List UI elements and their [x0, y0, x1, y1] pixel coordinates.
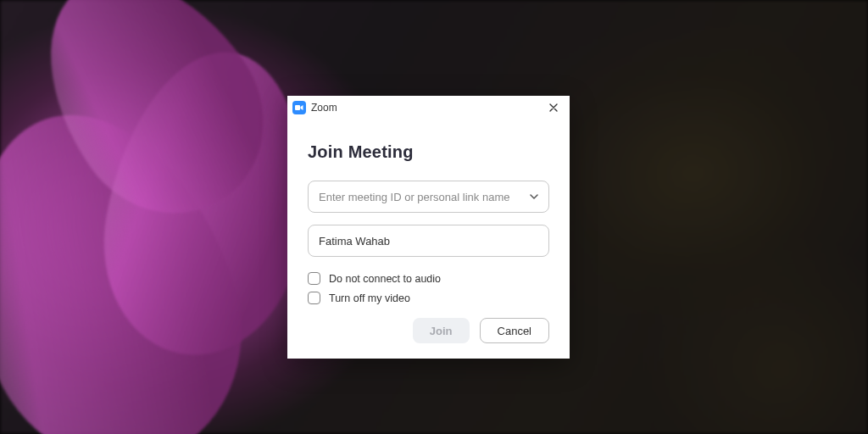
join-meeting-dialog: Zoom Join Meeting Do not connect to audi…	[287, 96, 570, 359]
cancel-button[interactable]: Cancel	[480, 318, 549, 343]
display-name-field[interactable]	[308, 225, 549, 257]
window-title: Zoom	[311, 102, 337, 114]
join-button[interactable]: Join	[413, 318, 470, 343]
display-name-input[interactable]	[319, 235, 538, 248]
meeting-id-field[interactable]	[308, 181, 549, 213]
no-video-checkbox[interactable]	[308, 292, 320, 304]
chevron-down-icon[interactable]	[525, 194, 538, 199]
zoom-video-icon	[292, 101, 306, 114]
no-video-option[interactable]: Turn off my video	[308, 292, 549, 304]
no-audio-option[interactable]: Do not connect to audio	[308, 272, 549, 285]
dialog-actions: Join Cancel	[308, 318, 549, 343]
meeting-id-input[interactable]	[319, 191, 525, 203]
window-titlebar: Zoom	[287, 96, 570, 119]
close-button[interactable]	[542, 99, 565, 116]
no-audio-checkbox[interactable]	[308, 272, 320, 285]
svg-rect-0	[295, 105, 300, 110]
no-video-label: Turn off my video	[329, 292, 410, 304]
dialog-heading: Join Meeting	[308, 142, 549, 162]
close-icon	[549, 103, 558, 112]
no-audio-label: Do not connect to audio	[329, 273, 441, 285]
